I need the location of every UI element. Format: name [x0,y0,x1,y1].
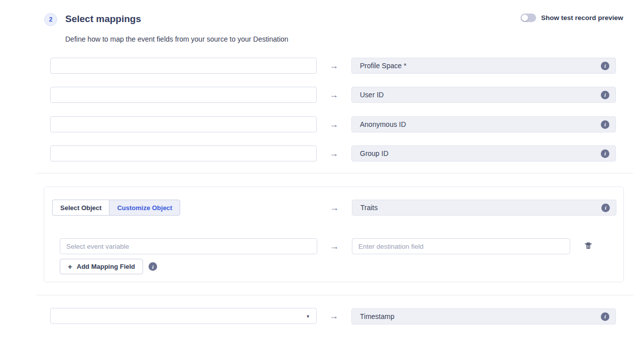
source-field-input[interactable] [50,116,317,132]
show-test-record-preview-toggle[interactable] [521,14,536,22]
section-divider [36,173,633,174]
object-mode-tabs: Select Object Customize Object [52,200,180,216]
arrow-right-icon: → [326,200,343,216]
traits-mapping-card: Select Object Customize Object → Traits … [44,187,624,282]
section-divider [36,295,633,295]
mapping-row-user-id: → User ID i [0,87,644,104]
step-number-badge: 2 [44,13,57,26]
info-icon[interactable]: i [601,149,609,158]
arrow-right-icon: → [325,145,342,161]
toggle-knob-icon [522,15,528,21]
destination-field: Profile Space * i [351,58,616,74]
arrow-right-icon: → [326,238,343,254]
trash-icon [584,241,593,250]
arrow-right-icon: → [325,58,342,74]
info-icon[interactable]: i [601,62,609,70]
mapping-row-profile-space: → Profile Space * i [0,58,644,75]
tab-select-object[interactable]: Select Object [52,200,109,216]
mapping-row-group-id: → Group ID i [0,145,644,162]
destination-field-label: Anonymous ID [360,120,601,128]
page-title: Select mappings [65,14,141,25]
destination-field-label: Traits [360,204,601,212]
destination-field-label: Group ID [360,149,601,157]
destination-field-input[interactable] [352,238,570,254]
arrow-right-icon: → [325,87,342,103]
arrow-right-icon: → [325,116,342,132]
info-icon[interactable]: i [149,262,157,271]
destination-field-traits: Traits i [352,200,616,216]
chevron-down-icon: ▾ [307,313,309,319]
source-field-input[interactable] [50,87,317,103]
select-event-variable-input[interactable] [60,238,317,254]
tab-customize-object[interactable]: Customize Object [109,200,180,216]
destination-field: Group ID i [351,145,616,161]
destination-field: User ID i [351,87,616,103]
source-field-input[interactable] [50,58,317,74]
add-mapping-field-label: Add Mapping Field [77,263,135,270]
add-mapping-field-button[interactable]: + Add Mapping Field [60,259,143,274]
delete-mapping-row-button[interactable] [583,241,593,251]
toggle-label: Show test record preview [541,14,623,22]
timestamp-source-select[interactable]: ▾ [50,308,317,324]
destination-field-label: User ID [360,91,601,99]
plus-icon: + [68,262,72,271]
info-icon[interactable]: i [601,312,609,321]
destination-field-label: Timestamp [360,312,601,320]
destination-field-timestamp: Timestamp i [351,308,616,324]
mapping-row-anonymous-id: → Anonymous ID i [0,116,644,133]
page-subtitle: Define how to map the event fields from … [65,35,288,43]
destination-field-label: Profile Space * [360,62,601,70]
arrow-right-icon: → [325,308,342,324]
select-mappings-panel: 2 Select mappings Show test record previ… [0,0,644,339]
source-field-input[interactable] [50,145,317,161]
destination-field: Anonymous ID i [351,116,616,132]
info-icon[interactable]: i [601,120,609,129]
info-icon[interactable]: i [601,91,609,99]
info-icon[interactable]: i [601,204,610,212]
